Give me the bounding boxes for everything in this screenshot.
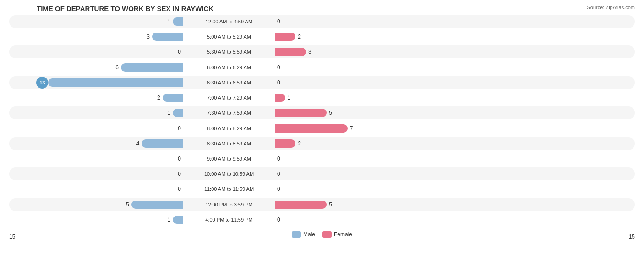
female-value: 0 xyxy=(275,171,300,177)
female-value: 7 xyxy=(348,125,373,132)
left-bar-area: 4 xyxy=(9,139,183,148)
right-bar-area: 0 xyxy=(275,17,449,26)
left-bar-area: 6 xyxy=(9,63,183,72)
bar-row: 6 6:00 AM to 6:29 AM 0 xyxy=(9,61,635,74)
male-bar xyxy=(173,216,183,224)
female-value: 0 xyxy=(275,64,300,71)
legend: Male Female xyxy=(292,231,352,238)
left-bar-area: 0 xyxy=(9,155,183,163)
male-bar xyxy=(121,63,183,72)
bar-row: 3 5:00 AM to 5:29 AM 2 xyxy=(9,30,635,43)
female-value: 2 xyxy=(295,140,321,147)
time-label: 12:00 PM to 3:59 PM xyxy=(183,202,275,207)
female-value: 0 xyxy=(275,156,300,162)
male-value: 0 xyxy=(158,49,183,55)
bar-row: 4 8:30 AM to 8:59 AM 2 xyxy=(9,137,635,150)
time-label: 11:00 AM to 11:59 AM xyxy=(183,186,275,192)
left-bar-area: 3 xyxy=(9,33,183,41)
female-value: 5 xyxy=(327,201,352,208)
right-bar-area: 1 xyxy=(275,94,449,102)
male-value: 5 xyxy=(106,201,131,208)
left-bar-area: 0 xyxy=(9,170,183,178)
left-bar-area: 13 xyxy=(9,77,183,89)
chart-container: TIME OF DEPARTURE TO WORK BY SEX IN RAYW… xyxy=(0,0,644,273)
time-label: 6:00 AM to 6:29 AM xyxy=(183,65,275,70)
male-value: 0 xyxy=(158,125,183,132)
bar-row: 0 10:00 AM to 10:59 AM 0 xyxy=(9,167,635,180)
female-bar xyxy=(275,94,285,102)
male-value: 0 xyxy=(158,171,183,177)
bar-row: 1 4:00 PM to 11:59 PM 0 xyxy=(9,213,635,226)
time-label: 7:00 AM to 7:29 AM xyxy=(183,95,275,100)
male-bar xyxy=(131,201,183,209)
female-value: 3 xyxy=(306,49,331,55)
male-value: 3 xyxy=(127,33,152,40)
bar-row: 1 12:00 AM to 4:59 AM 0 xyxy=(9,15,635,28)
left-bar-area: 2 xyxy=(9,94,183,102)
female-bar xyxy=(275,124,348,133)
female-value: 0 xyxy=(275,217,300,223)
legend-female-box xyxy=(322,231,332,238)
legend-female: Female xyxy=(322,231,352,238)
male-value: 1 xyxy=(147,110,173,116)
male-value: 4 xyxy=(116,140,142,147)
right-bar-area: 5 xyxy=(275,201,449,209)
right-bar-area: 0 xyxy=(275,170,449,178)
bar-row: 0 11:00 AM to 11:59 AM 0 xyxy=(9,183,635,195)
legend-male-box xyxy=(292,231,301,238)
female-value: 0 xyxy=(275,79,300,86)
time-label: 5:00 AM to 5:29 AM xyxy=(183,34,275,39)
female-bar xyxy=(275,48,306,56)
right-bar-area: 2 xyxy=(275,139,449,148)
right-bar-area: 0 xyxy=(275,155,449,163)
left-bar-area: 0 xyxy=(9,48,183,56)
legend-male: Male xyxy=(292,231,315,238)
bar-row: 1 7:30 AM to 7:59 AM 5 xyxy=(9,106,635,119)
female-value: 0 xyxy=(275,186,300,192)
time-label: 8:00 AM to 8:29 AM xyxy=(183,126,275,131)
left-bar-area: 1 xyxy=(9,216,183,224)
male-value: 1 xyxy=(147,217,173,223)
source-text: Source: ZipAtlas.com xyxy=(587,5,635,10)
right-bar-area: 0 xyxy=(275,185,449,193)
right-bar-area: 3 xyxy=(275,48,449,56)
right-bar-area: 5 xyxy=(275,109,449,117)
time-label: 12:00 AM to 4:59 AM xyxy=(183,19,275,24)
left-bar-area: 0 xyxy=(9,124,183,133)
left-bar-area: 1 xyxy=(9,109,183,117)
bar-row: 0 9:00 AM to 9:59 AM 0 xyxy=(9,152,635,165)
male-bar xyxy=(173,109,183,117)
female-value: 0 xyxy=(275,18,300,25)
male-value: 0 xyxy=(158,156,183,162)
bar-row: 5 12:00 PM to 3:59 PM 5 xyxy=(9,198,635,211)
highlight-bubble: 13 xyxy=(36,77,48,89)
bar-row: 2 7:00 AM to 7:29 AM 1 xyxy=(9,91,635,104)
female-bar xyxy=(275,139,295,148)
male-bar xyxy=(173,17,183,26)
time-label: 8:30 AM to 8:59 AM xyxy=(183,141,275,146)
male-value: 6 xyxy=(96,64,121,71)
time-label: 7:30 AM to 7:59 AM xyxy=(183,110,275,116)
female-value: 2 xyxy=(295,33,321,40)
axis-left-label: 15 xyxy=(9,234,15,240)
female-bar xyxy=(275,109,327,117)
female-bar xyxy=(275,201,327,209)
right-bar-area: 0 xyxy=(275,63,449,72)
axis-right-label: 15 xyxy=(629,234,635,240)
right-bar-area: 7 xyxy=(275,124,449,133)
female-bar xyxy=(275,33,295,41)
right-bar-area: 0 xyxy=(275,78,449,87)
time-label: 4:00 PM to 11:59 PM xyxy=(183,217,275,223)
male-bar xyxy=(163,94,183,102)
left-bar-area: 0 xyxy=(9,185,183,193)
male-bar xyxy=(142,139,183,148)
right-bar-area: 2 xyxy=(275,33,449,41)
time-label: 9:00 AM to 9:59 AM xyxy=(183,156,275,162)
female-value: 5 xyxy=(327,110,352,116)
chart-title: TIME OF DEPARTURE TO WORK BY SEX IN RAYW… xyxy=(9,5,635,12)
female-value: 1 xyxy=(285,95,311,101)
time-label: 6:30 AM to 6:59 AM xyxy=(183,80,275,85)
rows-container: 1 12:00 AM to 4:59 AM 0 3 5:00 AM to 5:2… xyxy=(9,15,635,226)
legend-female-label: Female xyxy=(334,231,352,238)
male-bar xyxy=(152,33,183,41)
